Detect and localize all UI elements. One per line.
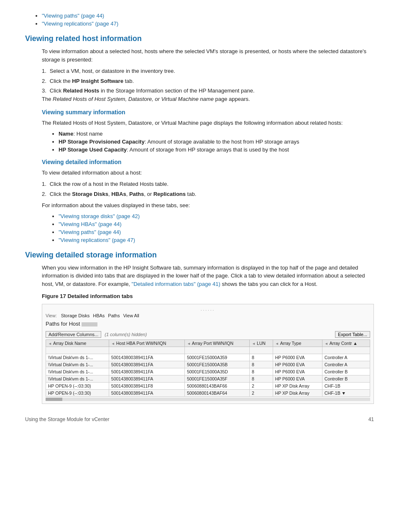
link-replications: "Viewing replications" (page 47) — [59, 237, 374, 243]
scrollbar-thumb — [46, 398, 62, 401]
cell-type-3: HP P6000 EVA — [273, 375, 322, 383]
top-bullet-item-2: "Viewing replications" (page 47) — [42, 21, 374, 27]
cell-type-2: HP P6000 EVA — [273, 368, 322, 375]
step-3-note: The Related Hosts of Host System, Datast… — [42, 96, 250, 102]
step-1: Select a VM, host, or datastore in the i… — [42, 67, 374, 75]
cell-hba-4: 500143800389411F8 — [109, 383, 184, 390]
cell-lun-3: 8 — [249, 375, 273, 383]
summary-bullet-used: HP Storage Used Capacity: Amount of stor… — [59, 146, 374, 153]
viewing-replications-link-top[interactable]: "Viewing replications" (page 47) — [42, 21, 118, 27]
cell-port-3: 50001FE15000A35F — [184, 375, 249, 383]
filter-array-port — [184, 347, 249, 354]
cell-disk-2: \Virtual Disk\vm ds 1-... — [46, 368, 109, 375]
cell-type-4: HP XP Disk Array — [273, 383, 322, 390]
dots-separator: ...... — [46, 307, 370, 311]
subsection-summary-bullets: Name: Host name HP Storage Provisioned C… — [59, 131, 374, 153]
cell-hba-2: 500143800389411FA — [109, 368, 184, 375]
subsection-detailed-intro: To view detailed information about a hos… — [42, 169, 374, 177]
figure-17-caption: Figure 17 Detailed information tabs — [42, 292, 374, 301]
subsection-detailed-tabs-note: For information about the values display… — [42, 201, 374, 210]
filter-array-type — [273, 347, 322, 354]
view-label: View: — [46, 313, 57, 318]
figure-17: Figure 17 Detailed information tabs ....… — [42, 292, 374, 404]
top-bullet-list: "Viewing paths" (page 44) "Viewing repli… — [42, 13, 374, 27]
col-lun: ◄LUN — [249, 340, 273, 347]
table-row[interactable]: HP OPEN-9 (--:03:30) 500143800389411F8 5… — [46, 383, 370, 390]
detail-step-2: Click the Storage Disks, HBAs, Paths, or… — [42, 190, 374, 198]
export-table-button[interactable]: Export Table... — [335, 331, 370, 338]
cell-ctrl-1: Controller A — [322, 361, 370, 368]
subsection-detailed-links: "Viewing storage disks" (page 42) "Viewi… — [59, 213, 374, 243]
detailed-info-tabs-link[interactable]: "Detailed information tabs" (page 41) — [132, 281, 220, 287]
cell-port-1: 50001FE15000A35B — [184, 361, 249, 368]
subsection-summary-title: Viewing summary information — [42, 109, 374, 116]
section-related-host-intro: To view information about a selected hos… — [42, 47, 374, 64]
table-filter-row — [46, 347, 370, 354]
col-array-ctrl: ◄Array Contr ▲ — [322, 340, 370, 347]
cell-ctrl-4: CHF-1B — [322, 383, 370, 390]
viewing-paths-link-top[interactable]: "Viewing paths" (page 44) — [42, 13, 104, 19]
figure-17-inner: ...... View: Storage Disks HBAs Paths Vi… — [42, 304, 373, 404]
col-array-port: ◄Array Port WWN/IQN — [184, 340, 249, 347]
step-3: Click Related Hosts in the Storage Infor… — [42, 87, 374, 103]
filter-host-hba — [109, 347, 184, 354]
cell-ctrl-3: Controller B — [322, 375, 370, 383]
cell-port-4: 50060880143BAF66 — [184, 383, 249, 390]
subsection-summary-intro: The Related Hosts of Host System, Datast… — [42, 119, 374, 127]
table-header-row: ◄Array Disk Name ◄Host HBA Port WWN/IQN … — [46, 340, 370, 347]
section-detailed-storage-title: Viewing detailed storage information — [25, 251, 374, 260]
cell-ctrl-0: Controller A — [322, 354, 370, 361]
horizontal-scrollbar[interactable] — [46, 398, 370, 401]
subsection-detailed-title: Viewing detailed information — [42, 159, 374, 165]
table-row[interactable]: \Virtual Disk\vm ds 1-... 50014380038941… — [46, 361, 370, 368]
cell-hba-5: 500143800389411FA — [109, 390, 184, 397]
cell-hba-1: 500143800389411FA — [109, 361, 184, 368]
cell-lun-0: 8 — [249, 354, 273, 361]
hidden-columns-label: (1 column(s) hidden) — [105, 332, 147, 337]
table-row[interactable]: \Virtual Disk\vm ds 1-... 50014380038941… — [46, 354, 370, 361]
page-footer: Using the Storage Module for vCenter 41 — [25, 416, 374, 422]
link-storage-disks: "Viewing storage disks" (page 42) — [59, 213, 374, 219]
cell-type-0: HP P6000 EVA — [273, 354, 322, 361]
detail-step-1: Click the row of a host in the Related H… — [42, 180, 374, 188]
table-row[interactable]: \Virtual Disk\vm ds 1-... 50014380038941… — [46, 368, 370, 375]
section-related-host-steps: Select a VM, host, or datastore in the i… — [42, 67, 374, 103]
subsection-detailed: Viewing detailed information To view det… — [42, 159, 374, 243]
tab-paths[interactable]: Paths — [108, 313, 120, 318]
subsection-summary: Viewing summary information The Related … — [42, 109, 374, 153]
link-hbas: "Viewing HBAs" (page 44) — [59, 221, 374, 227]
cell-port-0: 50001FE15000A359 — [184, 354, 249, 361]
figure-17-table: ◄Array Disk Name ◄Host HBA Port WWN/IQN … — [46, 339, 370, 397]
step-2: Click the HP Insight Software tab. — [42, 77, 374, 85]
col-array-disk-name: ◄Array Disk Name — [46, 340, 109, 347]
cell-port-2: 50001FE15000A35D — [184, 368, 249, 375]
cell-disk-0: \Virtual Disk\vm ds 1-... — [46, 354, 109, 361]
section-related-host-body: To view information about a selected hos… — [42, 47, 374, 243]
cell-disk-1: \Virtual Disk\vm ds 1-... — [46, 361, 109, 368]
cell-ctrl-5: CHF-1B ▼ — [322, 390, 370, 397]
section-detailed-storage: Viewing detailed storage information Whe… — [25, 251, 374, 404]
cell-disk-4: HP OPEN-9 (--:03:30) — [46, 383, 109, 390]
cell-lun-5: 2 — [249, 390, 273, 397]
summary-bullet-name: Name: Host name — [59, 131, 374, 137]
tab-storage-disks[interactable]: Storage Disks — [61, 313, 90, 318]
cell-port-5: 50060800143BAF64 — [184, 390, 249, 397]
tab-view-all[interactable]: View All — [123, 313, 139, 318]
cell-lun-4: 2 — [249, 383, 273, 390]
table-row[interactable]: HP OPEN-9 (--:03:30) 500143800389411FA 5… — [46, 390, 370, 397]
tab-hbas[interactable]: HBAs — [93, 313, 105, 318]
cell-type-5: HP XP Disk Array — [273, 390, 322, 397]
filter-lun — [249, 347, 273, 354]
top-bullet-item-1: "Viewing paths" (page 44) — [42, 13, 374, 19]
add-remove-columns-button[interactable]: Add/Remove Columns... — [46, 331, 101, 338]
filter-array-disk — [46, 347, 109, 354]
figure-17-box: ...... View: Storage Disks HBAs Paths Vi… — [42, 304, 374, 404]
cell-disk-5: HP OPEN-9 (--:03:30) — [46, 390, 109, 397]
section-related-host-title: Viewing related host information — [25, 34, 374, 43]
cell-disk-3: \Virtual Disk\vm ds 1-... — [46, 375, 109, 383]
paths-for-host: Paths for Host ■■■■■■■ — [46, 320, 370, 328]
cell-hba-3: 500143800389411FA — [109, 375, 184, 383]
footer-page-number: 41 — [368, 416, 374, 422]
figure-17-table-wrapper: ◄Array Disk Name ◄Host HBA Port WWN/IQN … — [46, 339, 370, 401]
table-row[interactable]: \Virtual Disk\vm ds 1-... 50014380038941… — [46, 375, 370, 383]
